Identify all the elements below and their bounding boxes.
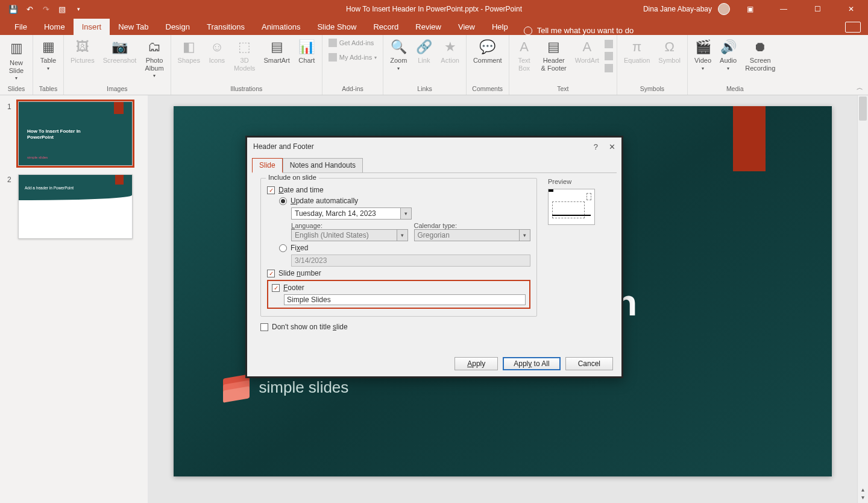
help-icon[interactable]: ? xyxy=(594,142,598,151)
chart-button[interactable]: 📊Chart xyxy=(295,37,318,66)
undo-icon[interactable]: ↶ xyxy=(22,2,37,16)
apply-to-all-button[interactable]: Apply to All xyxy=(503,357,560,370)
date-time-checkbox-row[interactable]: ✓ Date and time xyxy=(267,186,530,194)
smartart-button[interactable]: ▤SmartArt xyxy=(260,37,292,66)
tab-design[interactable]: Design xyxy=(157,19,198,35)
date-time-small-icon[interactable] xyxy=(605,40,613,48)
start-from-beginning-icon[interactable]: ▧ xyxy=(55,2,69,16)
icons-button[interactable]: ☺Icons xyxy=(206,37,228,66)
action-button[interactable]: ★Action xyxy=(438,37,462,66)
footer-checkbox-row[interactable]: ✓ Footer xyxy=(272,283,526,292)
table-button[interactable]: ▦ Table ▾ xyxy=(37,37,60,72)
screen-recording-icon: ⏺ xyxy=(752,39,769,55)
apply-button[interactable]: Apply xyxy=(454,357,498,370)
cancel-button[interactable]: Cancel xyxy=(565,357,613,370)
chart-icon: 📊 xyxy=(298,39,315,55)
slide-number-small-icon[interactable] xyxy=(605,52,613,60)
footer-text-input[interactable] xyxy=(284,294,526,305)
symbol-button[interactable]: ΩSymbol xyxy=(655,37,684,66)
thumb-number: 2 xyxy=(7,174,18,239)
tab-animations[interactable]: Animations xyxy=(253,19,309,35)
zoom-button[interactable]: 🔍Zoom▾ xyxy=(387,37,410,72)
slide-thumbnails-panel[interactable]: 1 How To Insert Footer In PowerPoint sim… xyxy=(0,95,148,503)
comment-icon: 💬 xyxy=(479,39,496,55)
chevron-down-icon[interactable]: ▾ xyxy=(520,229,530,241)
tab-review[interactable]: Review xyxy=(407,19,450,35)
save-icon[interactable]: 💾 xyxy=(6,2,20,16)
thumbnail-2[interactable]: Simple Slide Add a header in PowerPoint xyxy=(18,174,133,239)
close-icon[interactable]: ✕ xyxy=(609,142,615,151)
tab-notes-handouts[interactable]: Notes and Handouts xyxy=(283,158,363,172)
chevron-down-icon[interactable]: ▾ xyxy=(397,229,408,241)
prev-slide-icon[interactable]: ▴ xyxy=(861,486,864,493)
group-label-comments: Comments xyxy=(472,84,503,93)
date-dropdown[interactable]: Tuesday, March 14, 2023 ▾ xyxy=(267,207,530,220)
photo-album-button[interactable]: 🗂Photo Album▾ xyxy=(142,37,166,80)
tell-me-search[interactable]: Tell me what you want to do xyxy=(517,26,641,35)
video-button[interactable]: 🎬Video▾ xyxy=(691,37,714,72)
text-box-button[interactable]: AText Box xyxy=(513,37,536,73)
comment-button[interactable]: 💬Comment xyxy=(470,37,505,66)
cube-icon: ⬚ xyxy=(236,39,253,55)
radio-unselected-icon[interactable] xyxy=(279,244,287,252)
dont-show-checkbox-row[interactable]: Don't show on title slide xyxy=(260,323,537,331)
tab-insert[interactable]: Insert xyxy=(74,19,110,35)
qat-more-icon[interactable]: ▾ xyxy=(71,2,86,16)
tab-view[interactable]: View xyxy=(450,19,483,35)
user-avatar[interactable] xyxy=(718,3,730,15)
tab-slideshow[interactable]: Slide Show xyxy=(309,19,365,35)
share-icon[interactable] xyxy=(845,22,861,33)
screen-recording-button[interactable]: ⏺Screen Recording xyxy=(742,37,778,73)
checkbox-unchecked-icon[interactable] xyxy=(260,323,268,331)
minimize-icon[interactable]: — xyxy=(770,0,797,18)
header-footer-button[interactable]: ▤Header & Footer xyxy=(538,37,570,73)
new-slide-button[interactable]: ▥ New Slide ▾ xyxy=(4,37,29,82)
tab-home[interactable]: Home xyxy=(36,19,74,35)
chart-label: Chart xyxy=(298,57,315,65)
tab-record[interactable]: Record xyxy=(365,19,407,35)
collapse-ribbon-icon[interactable]: ︿ xyxy=(857,83,863,92)
maximize-icon[interactable]: ☐ xyxy=(804,0,831,18)
object-small-icon[interactable] xyxy=(605,64,613,72)
close-icon[interactable]: ✕ xyxy=(837,0,865,18)
dialog-tabs: Slide Notes and Handouts xyxy=(247,158,621,172)
calendar-dropdown[interactable]: Gregorian ▾ xyxy=(414,229,531,241)
tab-help[interactable]: Help xyxy=(483,19,517,35)
header-footer-label: Header & Footer xyxy=(541,57,567,72)
tab-transitions[interactable]: Transitions xyxy=(198,19,253,35)
pictures-button[interactable]: 🖼Pictures xyxy=(68,37,98,66)
shapes-button[interactable]: ◧Shapes xyxy=(175,37,203,66)
ribbon-display-icon[interactable]: ▣ xyxy=(736,0,764,18)
language-dropdown[interactable]: English (United States) ▾ xyxy=(291,229,408,241)
slide-ribbon-decor xyxy=(733,106,766,171)
thumbnail-1[interactable]: How To Insert Footer In PowerPoint simpl… xyxy=(18,101,133,166)
group-label-text: Text xyxy=(557,84,568,93)
wordart-button[interactable]: AWordArt xyxy=(572,37,602,66)
tab-slide[interactable]: Slide xyxy=(252,158,283,173)
checkbox-checked-icon[interactable]: ✓ xyxy=(267,186,275,194)
tab-newtab[interactable]: New Tab xyxy=(110,19,157,35)
update-auto-radio-row[interactable]: Update automatically xyxy=(267,197,530,205)
checkbox-checked-icon[interactable]: ✓ xyxy=(272,284,280,292)
dialog-titlebar: Header and Footer ? ✕ xyxy=(247,138,621,156)
3d-models-button[interactable]: ⬚3D Models xyxy=(231,37,258,73)
group-label-symbols: Symbols xyxy=(640,84,664,93)
redo-icon[interactable]: ↷ xyxy=(39,2,53,16)
audio-button[interactable]: 🔊Audio▾ xyxy=(717,37,740,72)
get-addins-button[interactable]: Get Add-ins xyxy=(326,37,379,48)
fixed-radio-row[interactable]: Fixed xyxy=(267,244,530,252)
my-addins-button[interactable]: My Add-ins ▾ xyxy=(326,52,379,63)
tab-file[interactable]: File xyxy=(6,19,36,35)
quick-access-toolbar: 💾 ↶ ↷ ▧ ▾ xyxy=(0,2,86,16)
screenshot-button[interactable]: 📷Screenshot xyxy=(100,37,140,66)
link-button[interactable]: 🔗Link xyxy=(412,37,435,66)
equation-button[interactable]: πEquation xyxy=(621,37,653,66)
slide-number-checkbox-row[interactable]: ✓ Slide number xyxy=(267,269,530,277)
checkbox-checked-icon[interactable]: ✓ xyxy=(267,270,275,277)
vertical-scrollbar[interactable]: ▴ ▾ xyxy=(857,95,868,503)
next-slide-icon[interactable]: ▾ xyxy=(861,494,864,501)
scroll-thumb[interactable] xyxy=(859,96,867,121)
radio-selected-icon[interactable] xyxy=(279,197,287,205)
chevron-down-icon[interactable]: ▾ xyxy=(401,207,412,220)
group-label-slides: Slides xyxy=(8,84,25,93)
